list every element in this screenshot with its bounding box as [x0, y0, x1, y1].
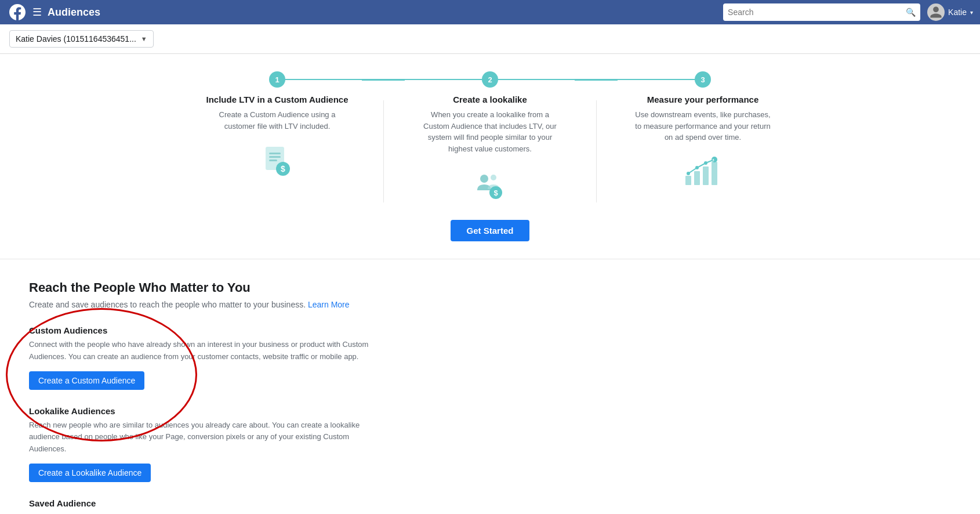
step-2-description: When you create a lookalike from a Custo… — [420, 109, 560, 154]
step-3-title: Measure your performance — [647, 95, 759, 104]
svg-text:$: $ — [493, 189, 498, 197]
page-title: Audiences — [48, 6, 723, 19]
step-2-number: 2 — [482, 71, 498, 88]
step-3-number: 3 — [695, 71, 711, 88]
search-icon: 🔍 — [906, 8, 916, 17]
facebook-logo[interactable] — [7, 2, 28, 23]
user-menu[interactable]: Katie ▾ — [927, 3, 973, 21]
svg-text:$: $ — [281, 164, 285, 173]
bottom-subtitle: Create and save audiences to reach the p… — [29, 300, 951, 309]
account-dropdown-chevron-icon: ▼ — [141, 35, 147, 42]
step-3: 3 Measure your performance Use downstrea… — [597, 71, 809, 191]
svg-rect-1 — [269, 153, 281, 154]
search-input[interactable] — [728, 8, 903, 17]
saved-audience-description: Save your commonly used targeting option… — [29, 512, 377, 514]
saved-audience-section: Saved Audience Save your commonly used t… — [29, 498, 951, 514]
custom-audiences-section: Custom Audiences Connect with the people… — [29, 325, 951, 390]
bottom-heading: Reach the People Who Matter to You — [29, 280, 951, 295]
ltv-steps-section: 1 Include LTV in a Custom Audience Creat… — [0, 54, 980, 259]
svg-point-15 — [695, 166, 699, 169]
lookalike-audiences-section: Lookalike Audiences Reach new people who… — [29, 406, 951, 482]
user-chevron-icon: ▾ — [970, 9, 973, 16]
step-1: 1 Include LTV in a Custom Audience Creat… — [171, 71, 383, 180]
saved-audience-title: Saved Audience — [29, 498, 951, 508]
avatar — [927, 3, 945, 21]
subtitle-text: Create and save audiences to reach the p… — [29, 300, 308, 309]
create-custom-audience-button[interactable]: Create a Custom Audience — [29, 371, 144, 390]
step-3-icon: 3 — [683, 155, 723, 191]
username-label: Katie — [948, 8, 967, 17]
account-name-label: Katie Davies (10151164536451... — [16, 34, 136, 44]
search-bar[interactable]: 🔍 — [723, 3, 920, 21]
lookalike-audiences-title: Lookalike Audiences — [29, 406, 951, 416]
custom-audiences-description: Connect with the people who have already… — [29, 339, 377, 363]
svg-rect-2 — [269, 156, 281, 158]
step-1-description: Create a Custom Audience using a custome… — [208, 109, 347, 132]
hamburger-icon[interactable]: ☰ — [32, 6, 42, 19]
step-1-number: 1 — [269, 71, 285, 88]
account-bar: Katie Davies (10151164536451... ▼ — [0, 24, 980, 54]
svg-point-6 — [480, 175, 488, 183]
account-dropdown[interactable]: Katie Davies (10151164536451... ▼ — [9, 30, 154, 48]
svg-rect-12 — [703, 166, 709, 185]
doc-dollar-icon: $ — [260, 143, 295, 180]
step-1-title: Include LTV in a Custom Audience — [206, 95, 348, 104]
step-2-title: Create a lookalike — [453, 95, 527, 104]
svg-point-16 — [704, 161, 707, 165]
svg-rect-10 — [685, 176, 691, 185]
step-3-description: Use downstream events, like purchases, t… — [633, 109, 772, 143]
step-2: 2 Create a lookalike When you create a l… — [384, 71, 596, 202]
svg-rect-13 — [712, 162, 717, 185]
top-navigation: ☰ Audiences 🔍 Katie ▾ — [0, 0, 980, 24]
create-lookalike-audience-button[interactable]: Create a Lookalike Audience — [29, 464, 151, 482]
svg-rect-3 — [269, 160, 277, 161]
steps-row: 1 Include LTV in a Custom Audience Creat… — [171, 71, 809, 202]
learn-more-link[interactable]: Learn More — [308, 300, 350, 309]
custom-audiences-title: Custom Audiences — [29, 325, 951, 335]
step-1-icon: $ — [260, 143, 295, 180]
bottom-section: Reach the People Who Matter to You Creat… — [0, 259, 980, 514]
svg-rect-11 — [694, 171, 700, 185]
step-2-icon: $ — [473, 166, 507, 202]
lookalike-audiences-description: Reach new people who are similar to audi… — [29, 419, 377, 455]
get-started-button[interactable]: Get Started — [451, 220, 530, 241]
svg-point-7 — [491, 175, 496, 180]
svg-point-14 — [687, 172, 690, 175]
